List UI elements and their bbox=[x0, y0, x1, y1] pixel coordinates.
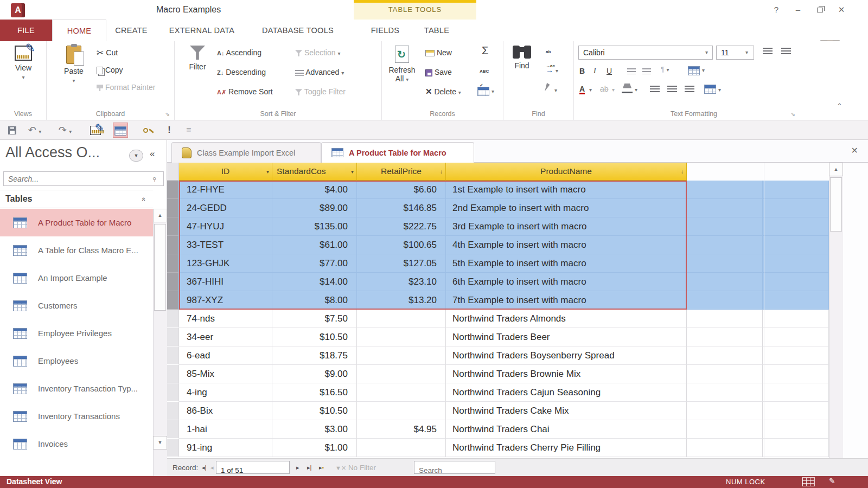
sidebar-item[interactable]: Inventory Transactions bbox=[0, 402, 153, 430]
cell-empty[interactable] bbox=[687, 310, 763, 328]
sidebar-scroll-thumb[interactable] bbox=[154, 224, 166, 311]
cell-empty[interactable] bbox=[763, 273, 829, 291]
cell-productname[interactable]: 3rd Example to insert with macro bbox=[446, 217, 687, 236]
increase-indent-icon[interactable] bbox=[642, 68, 651, 74]
cell-empty[interactable] bbox=[763, 291, 829, 310]
cell-empty[interactable] bbox=[763, 236, 829, 254]
cell-standardcost[interactable]: $135.00 bbox=[272, 217, 357, 236]
row-selector[interactable] bbox=[167, 236, 179, 254]
new-record-button[interactable]: ▸▪ bbox=[319, 459, 324, 477]
bullets-icon[interactable] bbox=[763, 48, 773, 55]
table-row[interactable]: 33-TEST$61.00$100.654th Example to inser… bbox=[167, 236, 868, 254]
remove-sort-button[interactable]: A✗ Remove Sort bbox=[217, 85, 273, 99]
ascending-button[interactable]: A↓ Ascending bbox=[217, 46, 261, 60]
cell-id[interactable]: 85-Mix bbox=[179, 365, 272, 383]
row-selector[interactable] bbox=[167, 310, 179, 328]
delete-record-button[interactable]: ✕ Delete ▾ bbox=[425, 85, 461, 99]
cut-button[interactable]: Cut bbox=[97, 46, 118, 60]
cell-empty[interactable] bbox=[763, 420, 829, 439]
cell-empty[interactable] bbox=[687, 402, 763, 420]
sidebar-item[interactable]: Employees bbox=[0, 347, 153, 375]
qat-save-button[interactable] bbox=[4, 123, 20, 138]
sidebar-item[interactable]: An Import Example bbox=[0, 264, 153, 292]
spelling-button[interactable]: ABC ✓ bbox=[480, 63, 489, 77]
cell-empty[interactable] bbox=[687, 291, 763, 310]
sort-indicator-icon[interactable]: ↓ bbox=[440, 169, 443, 175]
tab-create[interactable]: CREATE bbox=[106, 20, 156, 41]
status-datasheet-view-button[interactable] bbox=[802, 477, 815, 486]
dropdown-icon[interactable]: ▾ bbox=[266, 169, 269, 175]
totals-button[interactable]: Σ bbox=[482, 43, 488, 57]
cell-empty[interactable] bbox=[763, 365, 829, 383]
cell-id[interactable]: 74-nds bbox=[179, 310, 272, 328]
cell-empty[interactable] bbox=[687, 254, 763, 273]
cell-standardcost[interactable]: $89.00 bbox=[272, 199, 357, 217]
gridlines-icon[interactable] bbox=[688, 66, 700, 75]
cell-retailprice[interactable] bbox=[357, 310, 446, 328]
cell-id[interactable]: 34-eer bbox=[179, 328, 272, 346]
tab-external-data[interactable]: EXTERNAL DATA bbox=[156, 20, 247, 41]
cell-id[interactable]: 86-Bix bbox=[179, 402, 272, 420]
cell-standardcost[interactable]: $77.00 bbox=[272, 254, 357, 273]
goto-button[interactable]: → ▾ bbox=[546, 63, 558, 77]
cell-standardcost[interactable]: $4.00 bbox=[272, 181, 357, 199]
cell-standardcost[interactable]: $8.00 bbox=[272, 291, 357, 310]
cell-productname[interactable]: 6th Example to insert with macro bbox=[446, 273, 687, 291]
cell-productname[interactable]: 2nd Example to insert with macro bbox=[446, 199, 687, 217]
cell-empty[interactable] bbox=[687, 439, 763, 457]
save-record-button[interactable]: Save bbox=[425, 65, 452, 79]
cell-standardcost[interactable]: $10.50 bbox=[272, 328, 357, 346]
font-size-combo[interactable] bbox=[716, 46, 754, 60]
doc-tab-class-example[interactable]: Class Example Import Excel bbox=[171, 142, 321, 163]
cell-productname[interactable]: 4th Example to insert with macro bbox=[446, 236, 687, 254]
paragraph-direction-icon[interactable]: ¶ ▾ bbox=[661, 65, 669, 73]
table-row[interactable]: 367-HIHI$14.00$23.106th Example to inser… bbox=[167, 273, 868, 291]
cell-productname[interactable]: Northwind Traders Cherry Pie Filling bbox=[446, 439, 687, 457]
cell-retailprice[interactable] bbox=[357, 346, 446, 365]
cell-empty[interactable] bbox=[763, 217, 829, 236]
select-all-stub[interactable] bbox=[167, 163, 179, 181]
more-button[interactable]: ▾ bbox=[477, 84, 494, 98]
sidebar-item[interactable]: A Product Table for Macro bbox=[0, 209, 153, 236]
cell-retailprice[interactable] bbox=[357, 439, 446, 457]
cell-retailprice[interactable] bbox=[357, 402, 446, 420]
cell-retailprice[interactable] bbox=[357, 365, 446, 383]
cell-id[interactable]: 6-ead bbox=[179, 346, 272, 365]
qat-design-view-button[interactable] bbox=[88, 123, 103, 138]
replace-button[interactable]: ab →ac bbox=[546, 43, 555, 57]
previous-record-button[interactable]: ◂ bbox=[210, 459, 214, 477]
sidebar-item[interactable]: Inventory Transaction Typ... bbox=[0, 375, 153, 402]
descending-button[interactable]: Z↓ Descending bbox=[217, 65, 266, 79]
table-row[interactable]: 1-hai$3.00$4.95Northwind Traders Chai bbox=[167, 420, 868, 439]
cell-productname[interactable]: 7th Example to insert with macro bbox=[446, 291, 687, 310]
doc-tab-product-table[interactable]: A Product Table for Macro bbox=[321, 142, 474, 163]
highlight-color-icon[interactable]: ab bbox=[600, 85, 609, 93]
refresh-all-button[interactable]: Refresh All ▾ bbox=[384, 46, 420, 84]
cell-empty[interactable] bbox=[687, 420, 763, 439]
cell-standardcost[interactable]: $1.00 bbox=[272, 439, 357, 457]
close-document-icon[interactable]: ✕ bbox=[851, 145, 858, 156]
tab-fields[interactable]: FIELDS bbox=[358, 20, 412, 41]
cell-empty[interactable] bbox=[763, 439, 829, 457]
shutter-bar-collapse-button[interactable]: « bbox=[150, 149, 155, 159]
cell-standardcost[interactable]: $3.00 bbox=[272, 420, 357, 439]
qat-run-button[interactable]: ! bbox=[162, 123, 177, 138]
cell-productname[interactable]: 1st Example to insert with macro bbox=[446, 181, 687, 199]
cell-id[interactable]: 1-hai bbox=[179, 420, 272, 439]
tab-home[interactable]: HOME bbox=[52, 20, 106, 41]
cell-empty[interactable] bbox=[763, 254, 829, 273]
row-selector[interactable] bbox=[167, 346, 179, 365]
underline-button[interactable]: U bbox=[607, 64, 612, 78]
table-row[interactable]: 123-GHJK$77.00$127.055th Example to inse… bbox=[167, 254, 868, 273]
cell-id[interactable]: 24-GEDD bbox=[179, 199, 272, 217]
cell-retailprice[interactable]: $4.95 bbox=[357, 420, 446, 439]
table-row[interactable]: 85-Mix$9.00Northwind Traders Brownie Mix bbox=[167, 365, 868, 383]
cell-empty[interactable] bbox=[763, 181, 829, 199]
sidebar-item[interactable]: Employee Privileges bbox=[0, 319, 153, 347]
nav-pane-menu-button[interactable]: ▼ bbox=[129, 150, 143, 162]
new-record-button[interactable]: New bbox=[425, 46, 452, 60]
cell-empty[interactable] bbox=[687, 273, 763, 291]
cell-empty[interactable] bbox=[687, 365, 763, 383]
cell-empty[interactable] bbox=[687, 383, 763, 402]
qat-undo-button[interactable]: ↶ ▾ bbox=[27, 123, 42, 138]
